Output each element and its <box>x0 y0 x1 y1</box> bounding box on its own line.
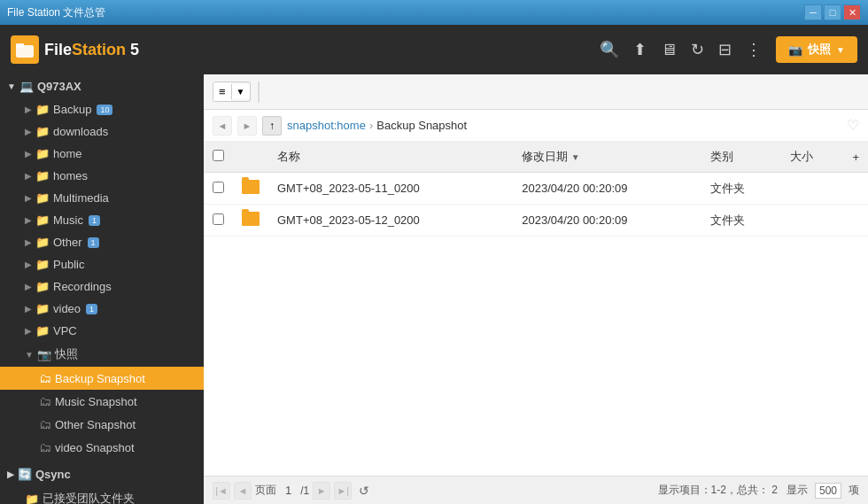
page-label: 页面 <box>255 483 276 498</box>
sidebar-item-music-snapshot[interactable]: 🗂 Music Snapshot <box>0 390 204 413</box>
sidebar-item-vpc[interactable]: ▶ 📁 VPC <box>0 320 204 342</box>
sidebar-item-team-folder[interactable]: 📁 已接受团队文件夹 <box>0 486 204 504</box>
refresh-icon[interactable]: ↻ <box>691 40 704 59</box>
expand-icon: ▶ <box>7 469 14 479</box>
sidebar-item-backup[interactable]: ▶ 📁 Backup 10 <box>0 98 204 120</box>
snapshot-button[interactable]: 📷 快照 ▼ <box>776 36 857 63</box>
first-page-button[interactable]: |◄ <box>213 482 230 500</box>
row-checkbox-cell <box>204 205 233 236</box>
modified-column-header[interactable]: 修改日期 ▼ <box>513 142 701 173</box>
per-page-select[interactable]: 500 <box>815 483 841 499</box>
status-bar: |◄ ◄ 页面 1 /1 ► ►| ↺ 显示项目：1-2，总共： 2 显示 50… <box>204 476 868 504</box>
add-column-header[interactable]: + <box>843 142 868 173</box>
monitor-icon[interactable]: 🖥 <box>661 41 677 59</box>
row-checkbox[interactable] <box>213 182 224 193</box>
snapshot-icon: 🗂 <box>39 394 51 408</box>
size-column-header: 大小 <box>781 142 843 173</box>
expand-icon: ▶ <box>25 193 32 203</box>
expand-icon: ▶ <box>25 282 32 291</box>
pagination: |◄ ◄ 页面 1 /1 ► ►| <box>213 482 352 500</box>
folder-icon: 📁 <box>35 302 50 315</box>
sidebar-item-home[interactable]: ▶ 📁 home <box>0 143 204 165</box>
watermark: www.chiphell.com <box>782 461 859 472</box>
sidebar-item-other-snapshot[interactable]: 🗂 Other Snapshot <box>0 413 204 436</box>
view-dropdown-button[interactable]: ▼ <box>231 84 250 99</box>
breadcrumb: snapshot:home › Backup Snapshot <box>287 119 841 132</box>
sidebar-item-multimedia[interactable]: ▶ 📁 Multimedia <box>0 187 204 209</box>
sidebar-label: Other <box>53 236 82 249</box>
refresh-button[interactable]: ↺ <box>359 484 369 498</box>
toolbar-divider <box>258 81 260 103</box>
folder-icon: 📁 <box>35 191 50 205</box>
row-extra-cell <box>843 173 868 205</box>
expand-icon: ▶ <box>25 105 32 114</box>
app-name: FileStation 5 <box>44 41 139 59</box>
more-icon[interactable]: ⋮ <box>746 40 762 59</box>
app-container: FileStation 5 🔍 ⬆ 🖥 ↻ ⊟ ⋮ 📷 快照 ▼ ▼ 💻 Q97 <box>0 25 868 504</box>
backup-badge: 10 <box>97 105 112 115</box>
close-button[interactable]: ✕ <box>843 4 861 20</box>
file-toolbar: ≡ ▼ <box>204 74 868 110</box>
nav-back-button[interactable]: ◄ <box>213 116 232 136</box>
sidebar-label: Backup Snapshot <box>55 372 145 385</box>
row-modified-cell: 2023/04/20 00:20:09 <box>513 173 701 205</box>
sidebar-label: VPC <box>53 324 77 337</box>
folder-icon: 📁 <box>35 280 50 293</box>
sidebar-item-other[interactable]: ▶ 📁 Other 1 <box>0 231 204 253</box>
sidebar-item-snapshots[interactable]: ▼ 📷 快照 <box>0 342 204 367</box>
sidebar-item-public[interactable]: ▶ 📁 Public <box>0 253 204 275</box>
nav-up-button[interactable]: ↑ <box>262 116 282 136</box>
sidebar-item-video[interactable]: ▶ 📁 video 1 <box>0 298 204 320</box>
row-type-cell: 文件夹 <box>701 173 781 205</box>
select-all-checkbox[interactable] <box>213 150 224 161</box>
folder-icon <box>242 180 260 194</box>
last-page-button[interactable]: ►| <box>334 482 352 500</box>
select-all-header <box>204 142 233 173</box>
row-name-cell: GMT+08_2023-05-11_0200 <box>268 173 513 205</box>
status-display-label: 显示项目：1-2，总共： 2 显示 <box>658 483 808 498</box>
sidebar-label: Backup <box>53 103 91 116</box>
app-logo: FileStation 5 <box>11 35 139 64</box>
expand-icon: ▶ <box>25 304 32 314</box>
page-number: 1 <box>280 484 297 497</box>
breadcrumb-home[interactable]: snapshot:home <box>287 119 366 132</box>
music-badge: 1 <box>89 215 100 226</box>
folder-icon: 📁 <box>35 103 50 116</box>
window-controls: ─ □ ✕ <box>804 4 861 20</box>
sidebar-item-recordings[interactable]: ▶ 📁 Recordings <box>0 275 204 298</box>
row-name-cell: GMT+08_2023-05-12_0200 <box>268 205 513 236</box>
server-icon: 💻 <box>19 80 34 93</box>
sidebar-label: Recordings <box>53 280 112 293</box>
sidebar-label: 快照 <box>55 346 78 362</box>
next-page-button[interactable]: ► <box>313 482 330 500</box>
row-checkbox[interactable] <box>213 213 224 225</box>
sidebar: ▼ 💻 Q973AX ▶ 📁 Backup 10 ▶ 📁 downloads ▶… <box>0 74 204 504</box>
minimize-button[interactable]: ─ <box>804 4 822 20</box>
search-icon[interactable]: 🔍 <box>600 40 619 59</box>
sidebar-qsync[interactable]: ▶ 🔄 Qsync <box>0 462 204 486</box>
maximize-button[interactable]: □ <box>824 4 841 20</box>
file-name[interactable]: GMT+08_2023-05-11_0200 <box>277 182 420 195</box>
upload-icon[interactable]: ⬆ <box>633 40 647 59</box>
expand-icon: ▶ <box>25 149 32 159</box>
sidebar-root[interactable]: ▼ 💻 Q973AX <box>0 74 204 98</box>
view-toggle: ≡ ▼ <box>213 81 251 102</box>
other-badge: 1 <box>88 237 99 248</box>
filter-icon[interactable]: ⊟ <box>718 40 732 59</box>
sidebar-item-music[interactable]: ▶ 📁 Music 1 <box>0 209 204 231</box>
favorite-button[interactable]: ♡ <box>847 117 859 134</box>
sidebar-item-homes[interactable]: ▶ 📁 homes <box>0 165 204 187</box>
nav-forward-button[interactable]: ► <box>237 116 257 136</box>
list-view-button[interactable]: ≡ <box>213 82 231 101</box>
sidebar-item-downloads[interactable]: ▶ 📁 downloads <box>0 120 204 143</box>
prev-page-button[interactable]: ◄ <box>234 482 252 500</box>
dropdown-arrow-icon: ▼ <box>836 45 845 55</box>
folder-icon: 📁 <box>35 258 50 271</box>
sidebar-label: video <box>53 302 81 315</box>
video-badge: 1 <box>86 304 97 314</box>
file-name[interactable]: GMT+08_2023-05-12_0200 <box>277 213 420 227</box>
sidebar-label: Multimedia <box>53 191 109 205</box>
breadcrumb-separator: › <box>369 119 373 132</box>
sidebar-item-backup-snapshot[interactable]: 🗂 Backup Snapshot <box>0 367 204 390</box>
sidebar-item-video-snapshot[interactable]: 🗂 video Snapshot <box>0 436 204 459</box>
